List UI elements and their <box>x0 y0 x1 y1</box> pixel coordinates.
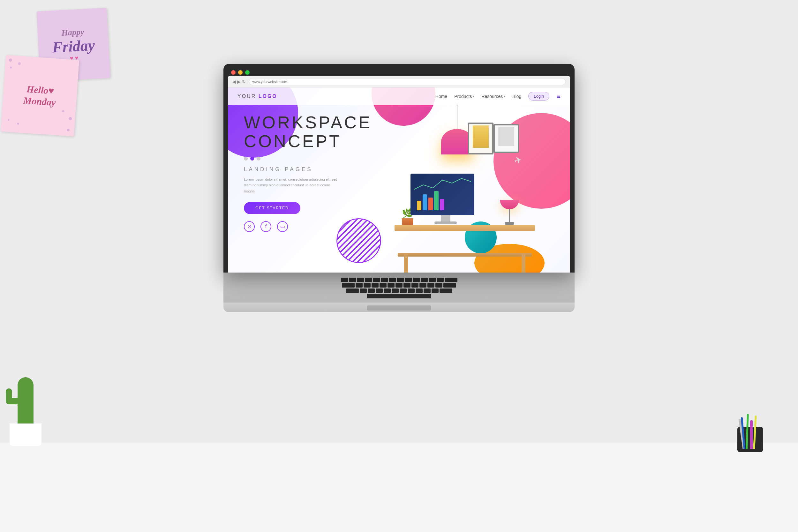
key <box>407 288 415 293</box>
key <box>349 278 356 282</box>
key-enter2 <box>439 288 452 293</box>
dot-3[interactable] <box>256 157 261 160</box>
desk-top-surface <box>395 225 535 231</box>
monitor-screen <box>411 174 474 215</box>
key <box>437 278 444 282</box>
social-icons: ⊙ f ▭ <box>244 221 365 232</box>
laptop: ◀ ▶ ↻ www.yourwebsite.com <box>224 64 574 312</box>
hamburger-menu[interactable]: ≡ <box>556 92 560 100</box>
sticky-happy-friday-line2: Friday <box>52 36 95 56</box>
nav-home[interactable]: Home <box>435 94 447 99</box>
desk-leg-right <box>521 253 526 272</box>
browser-nav-arrows[interactable]: ◀ ▶ ↻ <box>232 79 246 84</box>
dot <box>67 129 70 132</box>
dot-1[interactable] <box>244 157 248 160</box>
chart-bar-4 <box>434 191 439 210</box>
key <box>400 288 407 293</box>
hero-illustration: ✈ 🌿 <box>379 103 557 263</box>
sticky-note-hello-monday: Hello♥ Monday <box>1 55 79 136</box>
key <box>376 288 383 293</box>
key <box>416 288 423 293</box>
dot <box>62 110 64 112</box>
key <box>429 278 436 282</box>
browser-dot-yellow[interactable] <box>238 70 243 75</box>
instagram-icon[interactable]: ⊙ <box>244 221 255 232</box>
key <box>423 288 431 293</box>
cactus-pot <box>10 423 41 446</box>
key <box>432 288 439 293</box>
laptop-keyboard <box>224 272 574 303</box>
hero-content-left: WORKSPACE CONCEPT LANDING PAGES Lorem ip… <box>244 113 365 232</box>
key <box>413 278 420 282</box>
site-navigation: YOUR LOGO Home Products ▾ Resources ▾ Bl… <box>228 88 570 105</box>
sticky-happy-friday-line1: Happy <box>61 27 84 38</box>
desk-surface <box>0 443 798 532</box>
hero-body-text: Lorem ipsum dolor sit amet, consectetuer… <box>244 176 340 194</box>
chart-bar-3 <box>429 197 433 210</box>
key <box>403 283 411 287</box>
key <box>381 278 388 282</box>
key <box>397 278 404 282</box>
nav-products[interactable]: Products ▾ <box>454 94 474 99</box>
dot-2[interactable] <box>250 157 254 160</box>
hero-title: WORKSPACE CONCEPT <box>244 113 365 151</box>
nav-resources[interactable]: Resources ▾ <box>481 94 505 99</box>
keyboard-row-3 <box>233 288 565 293</box>
key-spacebar <box>367 294 431 298</box>
key-tab <box>342 283 355 287</box>
key <box>396 283 402 287</box>
key <box>341 278 348 282</box>
resources-dropdown-arrow: ▾ <box>504 94 505 98</box>
dot <box>17 122 19 125</box>
browser-dots-bar <box>228 68 570 76</box>
key <box>412 283 418 287</box>
key <box>384 288 391 293</box>
keyboard-row-1 <box>233 278 565 282</box>
hero-tagline: LANDING PAGES <box>244 166 365 173</box>
dot <box>8 119 9 121</box>
pen-purple <box>750 420 753 449</box>
desk-monitor <box>411 174 481 225</box>
mobile-icon[interactable]: ▭ <box>277 221 288 232</box>
browser-chrome: ◀ ▶ ↻ www.yourwebsite.com <box>228 76 570 88</box>
key <box>357 278 364 282</box>
cactus-decoration <box>0 357 51 446</box>
chart-bar-5 <box>440 199 444 210</box>
lamp-cord <box>457 103 457 129</box>
cactus-arm-up <box>6 388 12 404</box>
key <box>380 283 386 287</box>
key <box>372 283 379 287</box>
key <box>365 278 372 282</box>
get-started-button[interactable]: GET STARTED <box>244 202 300 214</box>
key <box>373 278 380 282</box>
desk-illustration: 🌿 <box>391 142 538 256</box>
key <box>364 283 370 287</box>
trackpad[interactable] <box>367 305 431 310</box>
chart-bar-2 <box>423 194 427 210</box>
address-bar[interactable]: www.yourwebsite.com <box>249 78 566 85</box>
desk-lamp <box>497 200 522 225</box>
website-content: YOUR LOGO Home Products ▾ Resources ▾ Bl… <box>228 88 570 272</box>
browser-window: ◀ ▶ ↻ www.yourwebsite.com <box>228 76 570 272</box>
monitor-line-chart <box>414 177 471 193</box>
lamp-arm <box>509 209 510 222</box>
laptop-screen-outer: ◀ ▶ ↻ www.yourwebsite.com <box>224 64 574 272</box>
nav-blog[interactable]: Blog <box>512 94 521 99</box>
site-logo: YOUR LOGO <box>238 94 278 99</box>
keyboard-spacebar-row <box>233 294 565 298</box>
login-button[interactable]: Login <box>528 92 549 100</box>
browser-dot-green[interactable] <box>245 70 250 75</box>
dot <box>8 58 12 62</box>
chart-bar-1 <box>417 201 421 210</box>
keyboard-row-2 <box>233 283 565 287</box>
lamp-shade-desk <box>500 200 519 209</box>
key-caps <box>346 288 359 293</box>
key-backspace <box>445 278 457 282</box>
facebook-icon[interactable]: f <box>261 221 271 232</box>
key <box>405 278 412 282</box>
key <box>428 283 434 287</box>
dot <box>18 62 21 65</box>
browser-dot-red[interactable] <box>231 70 235 75</box>
monitor-base <box>434 222 457 224</box>
key <box>421 278 428 282</box>
